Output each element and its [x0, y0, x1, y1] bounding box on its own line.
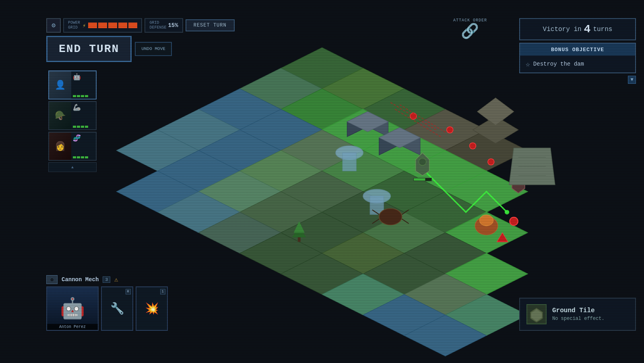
svg-point-61 [419, 158, 426, 166]
health-pip [85, 156, 88, 158]
bonus-objective-text: Destroy the dam [533, 61, 584, 67]
svg-point-57 [469, 143, 476, 149]
tile-info-panel: Ground Tile No special effect. [519, 298, 636, 331]
health-pip [85, 95, 88, 97]
pilot-name-tag: Anton Perez [47, 324, 98, 330]
victory-turns-number: 4 [584, 23, 591, 35]
victory-suffix: turns [593, 26, 612, 33]
power-bar-3 [108, 23, 117, 28]
unit-level-badge: 3 [103, 276, 110, 283]
tile-description-label: No special effect. [552, 316, 605, 322]
attack-order-icon: 🔗 [461, 23, 479, 40]
svg-point-64 [379, 208, 402, 225]
character-card-3[interactable]: 👩 🧬 [48, 132, 97, 161]
unit-portrait-card: 🤖 Anton Perez [46, 286, 99, 331]
power-bar-1 [88, 23, 97, 28]
power-bar-4 [118, 23, 127, 28]
char-class-icon-2: 🦾 [73, 104, 88, 112]
grid-defense-panel: GRIDDEFENSE 15% [144, 18, 183, 33]
char-class-icon-3: 🧬 [73, 134, 88, 142]
char-portrait-2: 🪖 [49, 102, 71, 129]
victory-panel: Victory in 4 turns [519, 18, 636, 40]
settings-button[interactable]: ⚙ [46, 18, 61, 33]
ability-1-recharge: R [126, 289, 131, 295]
health-pip [81, 126, 84, 128]
bonus-objective-body: ☆ Destroy the dam [520, 56, 635, 73]
unit-type-icon: ⚙ [46, 275, 58, 284]
ability-1-icon: 🔧 [110, 302, 124, 315]
health-pip [85, 126, 88, 128]
grid-defense-label: GRIDDEFENSE [149, 21, 166, 30]
top-left-ui: ⚙ POWERGRID ⚡ GRIDDEFENSE 15% RESET TURN… [46, 18, 235, 62]
tile-name-label: Ground Tile [552, 307, 605, 314]
char-health-1 [73, 95, 88, 97]
top-bar: ⚙ POWERGRID ⚡ GRIDDEFENSE 15% RESET TURN [46, 18, 235, 33]
character-list: 👤 🤖 🪖 🦾 👩 [48, 71, 97, 172]
lightning-icon: ⚡ [83, 22, 86, 29]
bonus-objective-title: Bonus Objective [551, 47, 604, 53]
attack-order-label: ATTACK ORDER [453, 18, 487, 23]
ability-2-slot: 1 [160, 289, 165, 295]
bonus-panel-scroll-arrow[interactable]: ▼ [628, 76, 636, 84]
reset-turn-button[interactable]: RESET TURN [186, 19, 235, 31]
svg-point-54 [505, 210, 509, 214]
power-bar-5 [128, 23, 137, 28]
unit-info-panel: ⚙ Cannon Mech 3 ⚠ 🤖 Anton Perez 🔧 R 💥 1 [46, 275, 168, 331]
health-pip [73, 95, 76, 97]
attack-order-panel: ATTACK ORDER 🔗 [453, 18, 487, 40]
gear-icon: ⚙ [52, 21, 56, 29]
bonus-objective-panel: Bonus Objective ☆ Destroy the dam [519, 43, 636, 73]
svg-point-58 [488, 159, 494, 165]
end-turn-row: End Turn UNDO MOVE [46, 36, 235, 62]
ability-2-icon: 💥 [145, 302, 159, 315]
svg-point-59 [510, 217, 518, 225]
power-grid-label: POWERGRID [68, 21, 80, 30]
portrait-face-3: 👩 [49, 133, 71, 160]
char-info-2: 🦾 [71, 102, 90, 129]
unit-name-bar: ⚙ Cannon Mech 3 ⚠ [46, 275, 168, 284]
tile-icon [526, 304, 547, 324]
power-grid-panel: POWERGRID ⚡ [63, 18, 142, 33]
health-pip [73, 156, 76, 158]
health-pip [77, 156, 80, 158]
ability-card-1[interactable]: 🔧 R [101, 286, 133, 331]
char-list-scroll-up[interactable]: ▲ [48, 162, 97, 172]
unit-cards-row: 🤖 Anton Perez 🔧 R 💥 1 [46, 286, 168, 331]
tile-details: Ground Tile No special effect. [552, 307, 605, 322]
char-health-2 [73, 126, 88, 128]
unit-name-label: Cannon Mech [62, 276, 99, 283]
power-bars [88, 23, 137, 28]
health-pip [77, 95, 80, 97]
ability-card-2[interactable]: 💥 1 [136, 286, 168, 331]
victory-prefix: Victory in [543, 26, 582, 33]
character-card-2[interactable]: 🪖 🦾 [48, 101, 97, 130]
star-icon: ☆ [526, 60, 530, 68]
unit-alert-icon: ⚠ [114, 276, 118, 284]
end-turn-button[interactable]: End Turn [46, 36, 132, 62]
portrait-face-1: 👤 [49, 71, 71, 99]
char-portrait-3: 👩 [49, 133, 71, 160]
health-pip [77, 126, 80, 128]
health-pip [81, 95, 84, 97]
char-info-1: 🤖 [71, 71, 90, 99]
grid-defense-value: 15% [168, 22, 178, 29]
undo-move-button[interactable]: UNDO MOVE [135, 42, 171, 56]
svg-rect-50 [343, 153, 356, 171]
char-info-3: 🧬 [71, 133, 90, 160]
portrait-face-2: 🪖 [49, 102, 71, 129]
char-class-icon-1: 🤖 [73, 73, 88, 81]
health-pip [81, 156, 84, 158]
svg-rect-63 [414, 178, 425, 181]
bonus-objective-header: Bonus Objective [520, 44, 635, 56]
svg-point-56 [447, 127, 453, 133]
character-card-1[interactable]: 👤 🤖 [48, 71, 97, 100]
right-panel: Victory in 4 turns Bonus Objective ☆ Des… [519, 18, 636, 84]
svg-point-75 [479, 215, 493, 226]
char-portrait-1: 👤 [49, 71, 71, 99]
power-bar-2 [98, 23, 107, 28]
svg-marker-73 [477, 98, 514, 125]
dam-structure [509, 148, 555, 185]
char-health-3 [73, 156, 88, 158]
health-pip [73, 126, 76, 128]
